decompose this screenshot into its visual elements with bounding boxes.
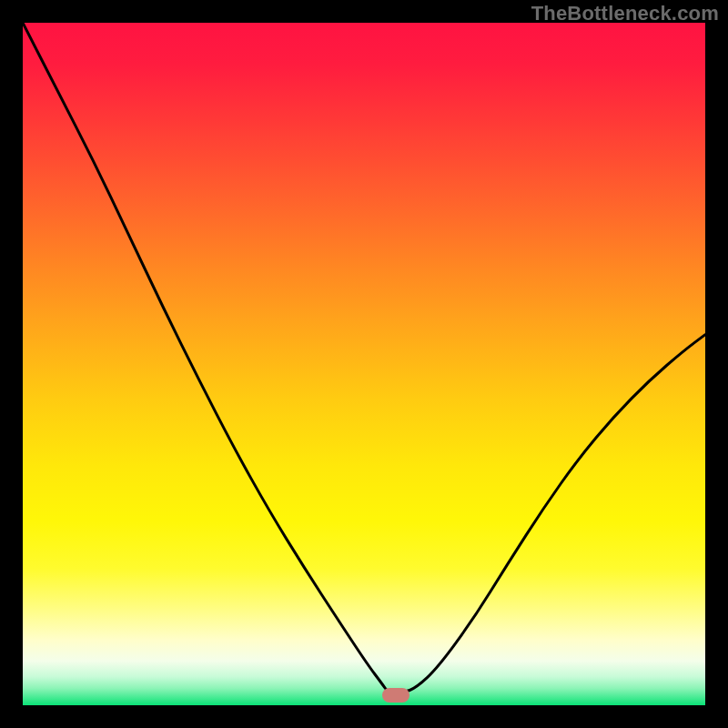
optimum-marker — [382, 688, 410, 703]
bottleneck-curve — [23, 23, 705, 705]
watermark-text: TheBottleneck.com — [531, 2, 719, 25]
plot-area — [23, 23, 705, 705]
chart-frame: TheBottleneck.com — [0, 0, 728, 728]
